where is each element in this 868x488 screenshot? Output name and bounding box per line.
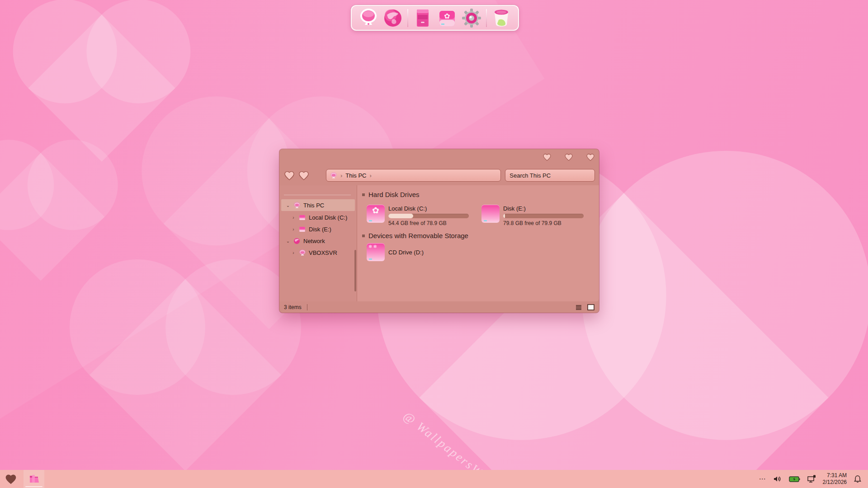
drive-tile-cd-drive-d[interactable]: ❄❄ CD Drive (D:) — [367, 243, 424, 261]
sidebar-item-label: Disk (E:) — [309, 226, 331, 233]
breadcrumb-location[interactable]: This PC — [345, 172, 366, 179]
chevron-right-icon[interactable]: › — [291, 250, 296, 255]
wallpaper-heart — [90, 279, 281, 471]
caption-buttons — [542, 152, 595, 162]
capacity-bar-fill — [388, 214, 413, 218]
view-buttons — [576, 304, 594, 310]
start-button[interactable] — [0, 470, 22, 488]
heart-forward-icon — [298, 170, 310, 181]
capacity-bar — [388, 214, 469, 218]
drive-tile-local-disk-c[interactable]: ✿ Local Disk (C:) 54.4 GB free of 78.9 G… — [367, 205, 469, 226]
sidebar-item-this-pc[interactable]: ⌄ This PC — [281, 199, 355, 211]
back-button[interactable] — [283, 170, 295, 181]
chevron-down-icon[interactable]: ⌄ — [286, 239, 290, 244]
taskbar-clock[interactable]: 7:31 AM 2/12/2026 — [823, 472, 847, 486]
recycle-cup-icon — [492, 8, 510, 28]
maximize-button[interactable] — [564, 152, 574, 162]
clock-time: 7:31 AM — [823, 472, 847, 479]
nav-scrollbar-thumb[interactable] — [354, 250, 356, 291]
group-collapse-icon[interactable] — [362, 193, 365, 196]
close-button[interactable] — [585, 152, 595, 162]
nav-divider — [284, 195, 351, 195]
dock: ✿ — [351, 5, 519, 31]
title-bar[interactable] — [279, 149, 599, 165]
recycle-cup-icon[interactable] — [491, 8, 511, 28]
dock-divider — [486, 9, 487, 27]
folder-tree: ⌄ This PC › Local Disk (C:) › — [279, 199, 357, 258]
free-space-text: 54.4 GB free of 78.9 GB — [388, 220, 469, 226]
heart-minimize-icon — [542, 153, 552, 161]
sidebar-item-label: This PC — [303, 202, 324, 209]
search-input[interactable]: Search This PC — [505, 169, 595, 182]
group-title: Hard Disk Drives — [368, 191, 420, 198]
navigation-pane: ⌄ This PC › Local Disk (C:) › — [279, 185, 357, 301]
globe-browser-icon — [383, 9, 402, 28]
flower-drive-icon[interactable]: ✿ — [437, 8, 457, 28]
group-header-removable-storage[interactable]: Devices with Removable Storage — [362, 232, 468, 239]
file-cabinet-icon[interactable] — [413, 8, 433, 28]
settings-gear-icon — [462, 8, 481, 28]
computer-icon — [330, 172, 337, 179]
computer-icon[interactable] — [359, 8, 378, 28]
volume-icon[interactable] — [773, 475, 782, 483]
nav-buttons — [283, 170, 312, 181]
capacity-bar — [503, 214, 584, 218]
status-bar: 3 items — [279, 301, 599, 313]
content-pane: Hard Disk Drives ✿ Local Disk (C:) 54.4 … — [357, 185, 599, 301]
group-header-hard-disk-drives[interactable]: Hard Disk Drives — [362, 191, 420, 198]
tray-overflow-icon[interactable]: ⋯ — [759, 475, 766, 483]
heart-back-icon — [283, 170, 295, 181]
computer-icon — [359, 8, 378, 28]
network-icon[interactable] — [807, 475, 816, 483]
svg-text:✿: ✿ — [444, 12, 450, 20]
sidebar-item-disk-e[interactable]: › Disk (E:) — [279, 223, 357, 235]
items-count: 3 items — [284, 304, 302, 310]
minimize-button[interactable] — [542, 152, 552, 162]
chevron-right-icon[interactable]: › — [291, 227, 296, 232]
breadcrumb-separator[interactable]: › — [369, 172, 371, 179]
sidebar-item-label: Local Disk (C:) — [309, 214, 347, 221]
forward-button[interactable] — [298, 170, 310, 181]
taskbar: ⋯ 7:31 AM 2/12/2026 — [0, 470, 868, 488]
sidebar-item-network[interactable]: ⌄ Network — [279, 235, 357, 247]
free-space-text: 79.8 GB free of 79.9 GB — [503, 220, 584, 226]
globe-icon — [293, 238, 301, 244]
computer-icon — [293, 202, 301, 209]
group-collapse-icon[interactable] — [362, 235, 365, 237]
status-divider — [307, 304, 307, 310]
navigation-toolbar: › This PC › Search This PC — [279, 165, 599, 185]
window-body: ⌄ This PC › Local Disk (C:) › — [279, 185, 599, 301]
address-bar[interactable]: › This PC › — [326, 169, 501, 182]
sidebar-item-label: VBOXSVR — [309, 249, 337, 256]
drive-icon — [298, 226, 306, 232]
chevron-down-icon[interactable]: ⌄ — [286, 203, 290, 208]
heart-start-icon — [5, 473, 17, 485]
file-cabinet-icon — [413, 8, 432, 28]
sidebar-item-vboxsvr[interactable]: › VBOXSVR — [279, 247, 357, 258]
settings-gear-icon[interactable] — [462, 8, 481, 28]
drive-icon — [298, 215, 306, 221]
taskbar-file-explorer-button[interactable] — [24, 470, 44, 488]
drive-name: Disk (E:) — [503, 205, 584, 212]
globe-browser-icon[interactable] — [383, 8, 403, 28]
drive-tile-disk-e[interactable]: Disk (E:) 79.8 GB free of 79.9 GB — [481, 205, 584, 226]
notifications-bell-icon[interactable] — [854, 475, 862, 483]
battery-charging-icon[interactable] — [789, 476, 800, 483]
large-icons-view-icon[interactable] — [587, 304, 594, 310]
heart-maximize-icon — [564, 153, 573, 161]
plain-drive-icon — [481, 205, 500, 223]
details-view-icon[interactable] — [576, 305, 582, 310]
drive-name: CD Drive (D:) — [388, 249, 424, 256]
flower-drive-icon: ✿ — [438, 8, 457, 28]
system-tray: ⋯ 7:31 AM 2/12/2026 — [759, 470, 868, 488]
dock-divider — [407, 9, 408, 27]
flower-drive-icon: ✿ — [367, 205, 385, 223]
file-explorer-window: › This PC › Search This PC ⌄ This PC › — [279, 149, 599, 313]
computer-icon — [298, 249, 306, 256]
breadcrumb-separator: › — [340, 172, 342, 179]
sidebar-item-label: Network — [303, 238, 325, 244]
file-explorer-folder-icon — [28, 473, 40, 485]
heart-close-icon — [586, 153, 595, 161]
chevron-right-icon[interactable]: › — [291, 215, 296, 220]
sidebar-item-local-disk-c[interactable]: › Local Disk (C:) — [279, 211, 357, 223]
